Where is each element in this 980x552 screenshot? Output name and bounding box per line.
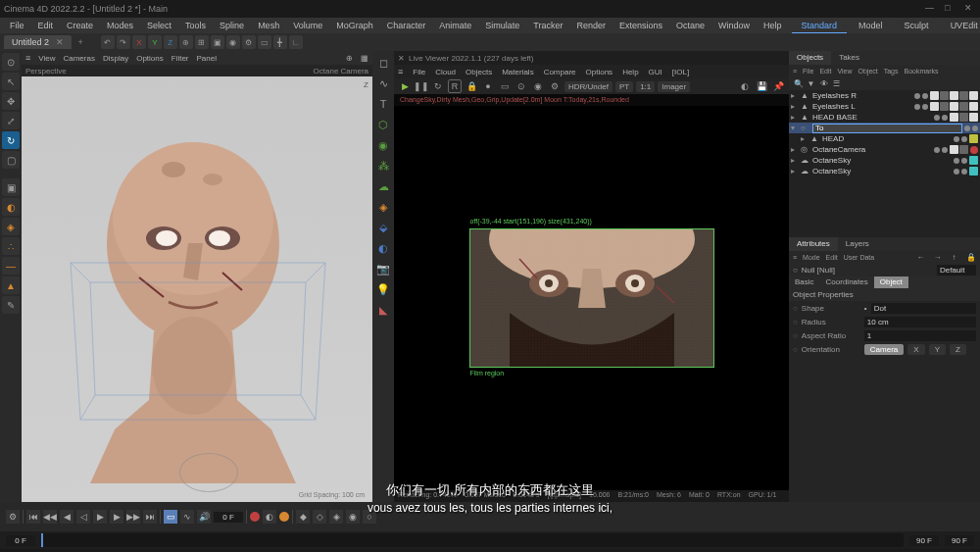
render-dot[interactable]	[961, 169, 967, 175]
brush-tool[interactable]: ✎	[2, 296, 20, 314]
oc-kernel-dropdown[interactable]: PT	[615, 81, 633, 92]
attr-btn-camera[interactable]: Camera	[864, 344, 904, 355]
visibility-dot[interactable]	[954, 158, 959, 164]
layers-tab[interactable]: Layers	[838, 237, 877, 251]
camera-icon[interactable]: 📷	[374, 260, 392, 277]
menu-volume[interactable]: Volume	[287, 19, 328, 32]
oc-menu-iol[interactable]: [IOL]	[672, 68, 689, 76]
attr-value-field[interactable]: 10 cm	[864, 317, 976, 327]
rotate-tool[interactable]: ↻	[2, 131, 20, 149]
scale-tool[interactable]: ⤢	[2, 112, 20, 129]
visibility-dot[interactable]	[964, 125, 970, 131]
axis-x-button[interactable]: X	[132, 35, 146, 49]
model-mode[interactable]: ▣	[2, 178, 20, 196]
visibility-dot[interactable]	[934, 147, 940, 153]
attr-btn-y[interactable]: Y	[929, 344, 946, 355]
attr-menu-mode[interactable]: Mode	[803, 254, 820, 261]
menu-help[interactable]: Help	[758, 19, 788, 32]
tag-icon[interactable]	[930, 91, 939, 100]
menu-octane[interactable]: Octane	[670, 19, 710, 32]
tl-scale-key[interactable]: ◇	[313, 510, 326, 524]
oc-options-icon[interactable]: ≡	[398, 67, 403, 76]
volume-icon[interactable]: ☁	[374, 177, 392, 195]
close-button[interactable]: ✕	[964, 3, 976, 15]
tag-icon[interactable]	[959, 145, 968, 154]
oc-imager-dropdown[interactable]: Imager	[658, 81, 690, 92]
tree-row-0[interactable]: ▸▲Eyelashes R	[789, 90, 980, 101]
misc-tool[interactable]: ▢	[2, 151, 20, 169]
vp-menu-options[interactable]: Options	[136, 54, 164, 63]
attr-fwd-icon[interactable]: →	[932, 252, 943, 263]
snap-button[interactable]: ⊞	[195, 35, 209, 49]
oc-settings-button[interactable]: ⚙	[548, 79, 562, 93]
octane-close-icon[interactable]: ✕	[398, 54, 405, 63]
obj-menu-tags[interactable]: Tags	[884, 68, 899, 75]
menu-window[interactable]: Window	[712, 19, 756, 32]
subd-icon[interactable]: ◉	[374, 136, 392, 154]
oc-menu-compare[interactable]: Compare	[544, 68, 576, 76]
grid-button[interactable]: ╋	[273, 35, 287, 49]
tl-goto-start[interactable]: ⏮	[26, 510, 40, 524]
obj-search-icon[interactable]: 🔍	[793, 78, 804, 89]
attr-up-icon[interactable]: ↑	[949, 252, 959, 263]
object-label[interactable]: HEAD	[822, 134, 952, 143]
tag-icon[interactable]	[950, 102, 958, 111]
tag-icon[interactable]	[969, 113, 978, 122]
tl-start-frame[interactable]: 0 F	[6, 535, 35, 546]
render-dot[interactable]	[961, 158, 967, 164]
tl-next-frame[interactable]: ▶	[110, 510, 123, 524]
object-label[interactable]: OctaneCamera	[812, 145, 932, 154]
field-icon[interactable]: ◈	[374, 198, 392, 216]
oc-menu-cloud[interactable]: Cloud	[435, 68, 456, 76]
render-dot[interactable]	[922, 93, 928, 99]
attr-btn-z[interactable]: Z	[950, 344, 966, 355]
tag-icon[interactable]	[950, 91, 958, 100]
attr-tab-coords[interactable]: Coordinates	[820, 276, 874, 288]
cube-icon[interactable]: ◻	[374, 54, 392, 72]
workplane-mode[interactable]: ◈	[2, 218, 20, 235]
spline-icon[interactable]: ∿	[374, 75, 392, 92]
render-dot[interactable]	[942, 115, 948, 121]
cloner-icon[interactable]: ⁂	[374, 157, 392, 175]
vp-menu-view[interactable]: View	[38, 54, 55, 63]
tag-icon[interactable]	[959, 102, 968, 111]
obj-menu-file[interactable]: File	[803, 68, 813, 75]
tag-icon[interactable]	[969, 167, 978, 176]
navigation-circle[interactable]	[179, 453, 238, 492]
deformer-icon[interactable]: ⬙	[374, 219, 392, 236]
oc-ratio-dropdown[interactable]: 1:1	[636, 81, 655, 92]
tl-keyframe-button[interactable]	[279, 512, 289, 522]
menu-file[interactable]: File	[4, 19, 30, 32]
tree-toggle[interactable]: ▸	[791, 91, 799, 100]
obj-eye-icon[interactable]: 👁	[818, 78, 829, 89]
oc-region-button[interactable]: ▭	[498, 79, 512, 93]
obj-options-icon[interactable]: ≡	[793, 68, 797, 75]
tree-row-3[interactable]: ▾○	[789, 123, 980, 133]
vp-menu-display[interactable]: Display	[103, 54, 128, 63]
tag-icon[interactable]	[969, 134, 978, 143]
document-tab[interactable]: Untitled 2 ✕	[4, 35, 72, 49]
obj-menu-edit[interactable]: Edit	[819, 68, 831, 75]
menu-mesh[interactable]: Mesh	[252, 19, 285, 32]
attr-value-field[interactable]: 1	[864, 330, 976, 341]
visibility-dot[interactable]	[934, 115, 940, 121]
tree-row-5[interactable]: ▸◎OctaneCamera	[789, 144, 980, 155]
attr-anim-dot[interactable]: ○	[793, 304, 798, 313]
oc-menu-materials[interactable]: Materials	[502, 68, 533, 76]
tl-options-icon[interactable]: ⚙	[6, 510, 20, 524]
oc-pause-button[interactable]: ❚❚	[415, 79, 428, 93]
playhead[interactable]	[41, 533, 43, 547]
attr-anim-dot[interactable]: ○	[793, 345, 798, 354]
oc-pin-button[interactable]: 📌	[771, 79, 785, 93]
light-icon[interactable]: 💡	[374, 280, 392, 298]
oc-play-button[interactable]: ▶	[398, 79, 412, 93]
tl-prev-key[interactable]: ◀◀	[43, 510, 57, 524]
tag-icon[interactable]	[969, 102, 978, 111]
obj-flat-icon[interactable]: ☰	[831, 78, 842, 89]
vp-menu-panel[interactable]: Panel	[197, 54, 217, 63]
oc-focus-button[interactable]: ⊙	[514, 79, 528, 93]
visibility-dot[interactable]	[914, 93, 920, 99]
menu-character[interactable]: Character	[381, 19, 432, 32]
attr-back-icon[interactable]: ←	[915, 252, 926, 263]
attr-tab-object[interactable]: Object	[874, 276, 908, 288]
